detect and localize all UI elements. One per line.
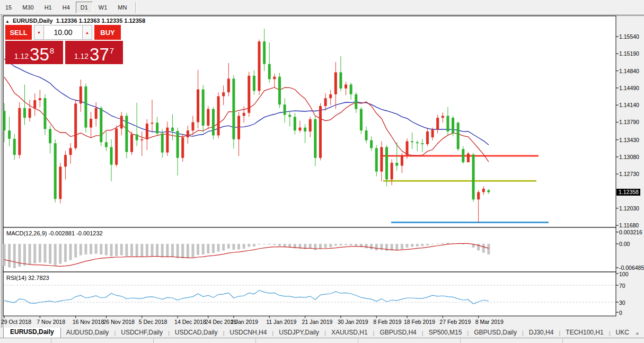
tab-scroll-left-icon[interactable]: ◄ — [634, 331, 639, 336]
collapse-panel-icon[interactable]: ▲ — [5, 19, 10, 24]
chart-tab-usdcnh-h4[interactable]: USDCNH,H4 — [224, 328, 272, 338]
chart-tab-bar: EURUSD,DailyAUDUSD,Daily|USDCHF,Daily|US… — [0, 328, 644, 338]
strip-divider — [358, 339, 358, 343]
chart-tab-gbpusd-daily[interactable]: GBPUSD,Daily — [469, 328, 522, 338]
sell-price-pip: 8 — [50, 46, 54, 55]
chart-tab-eurusd-daily[interactable]: EURUSD,Daily — [3, 328, 61, 338]
chart-tab-usdjpy-daily[interactable]: USDJPY,Daily — [274, 328, 324, 338]
volume-input[interactable]: 10.00 — [44, 25, 82, 40]
chart-tab-gbpusd-h4[interactable]: GBPUSD,H4 — [374, 328, 421, 338]
window-left-edge — [1, 15, 2, 328]
trading-terminal-window: 15M30H1H4D1W1MN 1.155401.151901.148401.1… — [0, 0, 644, 343]
strip-divider — [562, 339, 563, 343]
volume-down-button[interactable]: ▼ — [34, 25, 44, 40]
chart-tab-usdcad-daily[interactable]: USDCAD,Daily — [170, 328, 223, 338]
buy-price-big: 37 — [90, 47, 109, 63]
chart-ohlc-values: 1.12336 1.12363 1.12335 1.12358 — [56, 17, 145, 24]
one-click-trading-panel: SELL ▼ 10.00 ▲ BUY 1.12 35 8 1.12 37 7 — [5, 25, 123, 64]
strip-divider — [153, 339, 154, 343]
strip-divider — [460, 339, 461, 343]
buy-price-button[interactable]: 1.12 37 7 — [65, 41, 123, 64]
sell-price-button[interactable]: 1.12 35 8 — [5, 41, 63, 64]
macd-indicator-label: MACD(12,26,9) -0.002881 -0.001232 — [6, 230, 103, 236]
chart-tab-usdchf-daily[interactable]: USDCHF,Daily — [116, 328, 168, 338]
buy-price-prefix: 1.12 — [74, 52, 89, 60]
chart-tab-xauusd-h1[interactable]: XAUUSD,H1 — [326, 328, 373, 338]
chart-tab-sp500-m15[interactable]: SP500,M15 — [424, 328, 467, 338]
sell-price-prefix: 1.12 — [14, 52, 29, 60]
chart-tab-audusd-daily[interactable]: AUDUSD,Daily — [61, 328, 114, 338]
chart-tab-tech100-h1[interactable]: TECH100,H1 — [560, 328, 608, 338]
current-price-tag: 1.12358 — [616, 189, 640, 196]
chart-symbol-label: EURUSD,Daily — [13, 17, 53, 24]
chart-tab-ukc[interactable]: UKC — [611, 328, 634, 338]
buy-button[interactable]: BUY — [94, 25, 121, 40]
chart-title: ▲EURUSD,Daily 1.12336 1.12363 1.12335 1.… — [5, 17, 145, 24]
tab-scroll-arrows: ◄► — [634, 331, 644, 338]
chart-tab-dj30-h4[interactable]: DJ30,H4 — [524, 328, 559, 338]
sell-price-big: 35 — [30, 47, 49, 63]
sell-button[interactable]: SELL — [5, 25, 32, 40]
tabbar-bottom-strip — [0, 338, 644, 343]
strip-divider — [255, 339, 256, 343]
buy-price-pip: 7 — [110, 46, 114, 55]
volume-up-button[interactable]: ▲ — [82, 25, 92, 40]
rsi-indicator-label: RSI(14) 32.7823 — [6, 275, 49, 281]
strip-divider — [51, 339, 51, 343]
